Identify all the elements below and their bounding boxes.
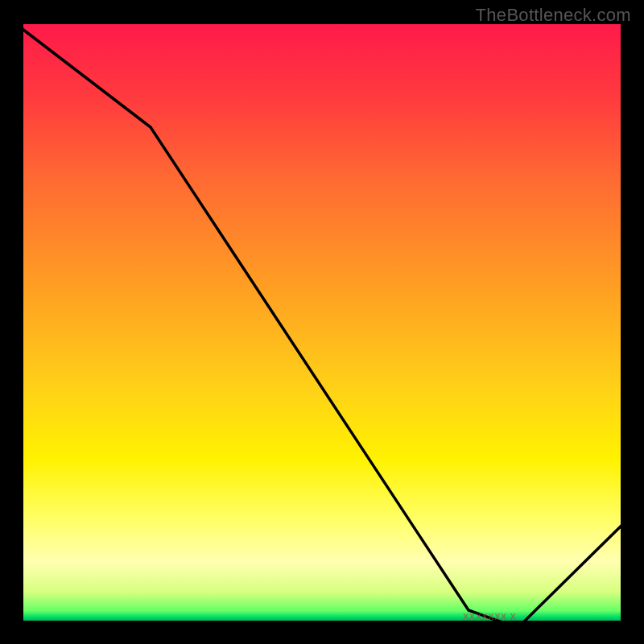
chart-plot-area: XXXXXXX X xyxy=(16,24,628,628)
chart-axis-frame xyxy=(16,24,628,628)
chart-overlay-svg: XXXXXXX X xyxy=(16,24,628,628)
watermark-text: TheBottleneck.com xyxy=(476,5,631,26)
chart-annotation-label: XXXXXXX X xyxy=(463,612,516,621)
chart-line-series xyxy=(16,24,628,628)
